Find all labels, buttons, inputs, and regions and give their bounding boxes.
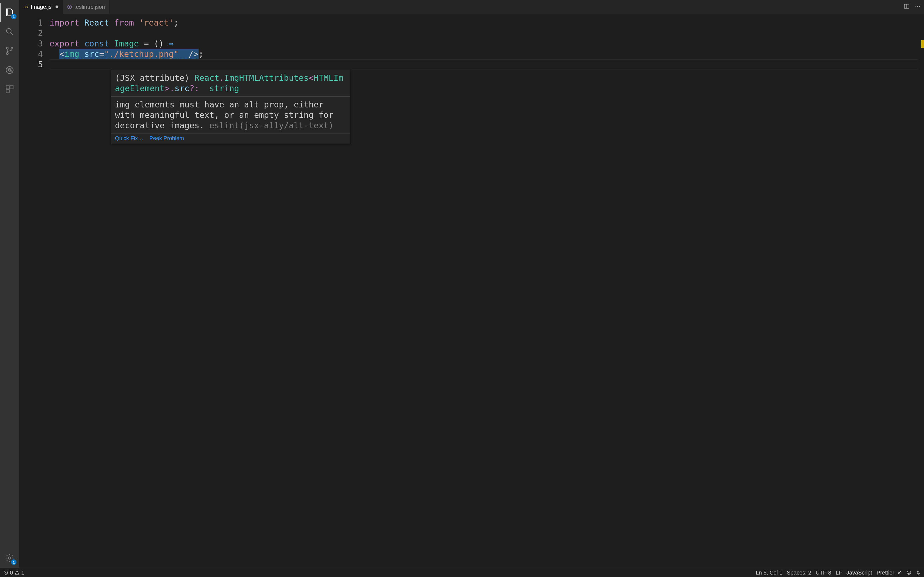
tab-actions bbox=[900, 0, 924, 14]
explorer-tab[interactable]: 1 bbox=[0, 3, 19, 22]
tab-label: Image.js bbox=[31, 4, 52, 10]
activity-bar: 1 1 bbox=[0, 0, 19, 568]
main-column: JS Image.js .eslintrc.json bbox=[19, 0, 924, 568]
overview-ruler[interactable] bbox=[918, 14, 924, 568]
indentation-status[interactable]: Spaces: 2 bbox=[787, 570, 811, 575]
code-line: <img src="./ketchup.png" />; bbox=[50, 49, 918, 60]
code-line: import React from 'react'; bbox=[50, 18, 918, 28]
notifications-button[interactable] bbox=[916, 570, 921, 575]
line-number: 2 bbox=[19, 28, 43, 39]
svg-point-2 bbox=[11, 47, 13, 49]
line-number: 3 bbox=[19, 39, 43, 49]
svg-point-16 bbox=[909, 572, 910, 572]
json-file-icon bbox=[67, 5, 72, 9]
cursor-position[interactable]: Ln 5, Col 1 bbox=[756, 570, 782, 575]
tab-bar: JS Image.js .eslintrc.json bbox=[19, 0, 924, 14]
svg-rect-6 bbox=[10, 86, 13, 89]
more-actions-button[interactable] bbox=[915, 3, 921, 10]
bell-icon bbox=[916, 570, 921, 575]
peek-problem-link[interactable]: Peek Problem bbox=[149, 135, 184, 141]
dirty-indicator-icon bbox=[55, 5, 58, 8]
feedback-button[interactable] bbox=[906, 570, 911, 575]
js-file-icon: JS bbox=[24, 5, 28, 9]
encoding-status[interactable]: UTF-8 bbox=[816, 570, 831, 575]
smiley-icon bbox=[906, 570, 911, 575]
hover-tooltip: (JSX attribute) React.ImgHTMLAttributes<… bbox=[111, 70, 350, 144]
hover-actions: Quick Fix… Peek Problem bbox=[111, 134, 350, 144]
split-icon bbox=[904, 3, 910, 9]
code-line bbox=[50, 28, 918, 39]
warning-count: 1 bbox=[21, 570, 24, 575]
hover-signature: (JSX attribute) React.ImgHTMLAttributes<… bbox=[111, 70, 350, 97]
svg-point-0 bbox=[6, 29, 11, 33]
svg-point-8 bbox=[8, 557, 11, 559]
svg-point-12 bbox=[919, 6, 920, 7]
gutter: 1 2 3 4 5 bbox=[19, 14, 50, 568]
line-number: 5 bbox=[19, 60, 43, 70]
error-icon bbox=[3, 570, 8, 575]
warning-marker-icon[interactable] bbox=[921, 40, 924, 48]
svg-point-1 bbox=[6, 47, 8, 49]
no-bug-icon bbox=[5, 65, 14, 75]
split-editor-button[interactable] bbox=[904, 3, 910, 10]
quick-fix-link[interactable]: Quick Fix… bbox=[115, 135, 143, 141]
tab-eslintrc[interactable]: .eslintrc.json bbox=[63, 0, 110, 14]
debug-tab[interactable] bbox=[0, 60, 19, 80]
warning-icon bbox=[15, 570, 19, 575]
svg-rect-5 bbox=[6, 86, 9, 89]
settings-badge: 1 bbox=[11, 559, 16, 565]
extensions-tab[interactable] bbox=[0, 80, 19, 99]
svg-point-10 bbox=[916, 6, 916, 7]
hover-lint-message: img elements must have an alt prop, eith… bbox=[111, 97, 350, 134]
code-line bbox=[50, 60, 918, 70]
code-area[interactable]: import React from 'react'; export const … bbox=[50, 14, 918, 568]
app-root: 1 1 bbox=[0, 0, 924, 577]
svg-rect-7 bbox=[6, 90, 9, 93]
ellipsis-icon bbox=[915, 3, 921, 9]
explorer-badge: 1 bbox=[11, 14, 16, 19]
svg-point-15 bbox=[908, 572, 909, 572]
git-branch-icon bbox=[5, 46, 14, 55]
svg-point-3 bbox=[6, 53, 8, 55]
search-icon bbox=[5, 27, 14, 36]
tab-label: .eslintrc.json bbox=[74, 4, 105, 10]
source-control-tab[interactable] bbox=[0, 41, 19, 60]
editor[interactable]: 1 2 3 4 5 import React from 'react'; exp… bbox=[19, 14, 924, 568]
code-line: export const Image = () ⇒ bbox=[50, 39, 918, 49]
prettier-status[interactable]: Prettier: ✔ bbox=[876, 570, 902, 575]
language-mode[interactable]: JavaScript bbox=[846, 570, 872, 575]
problems-status[interactable]: 0 1 bbox=[3, 570, 24, 575]
search-tab[interactable] bbox=[0, 22, 19, 41]
line-number: 1 bbox=[19, 18, 43, 28]
error-count: 0 bbox=[10, 570, 13, 575]
svg-point-14 bbox=[907, 571, 911, 575]
tab-image-js[interactable]: JS Image.js bbox=[19, 0, 63, 14]
settings-tab[interactable]: 1 bbox=[0, 548, 19, 568]
svg-point-11 bbox=[918, 6, 918, 7]
status-bar: 0 1 Ln 5, Col 1 Spaces: 2 UTF-8 LF JavaS… bbox=[0, 568, 924, 577]
eol-status[interactable]: LF bbox=[836, 570, 842, 575]
extensions-icon bbox=[5, 85, 14, 94]
line-number: 4 bbox=[19, 49, 43, 60]
